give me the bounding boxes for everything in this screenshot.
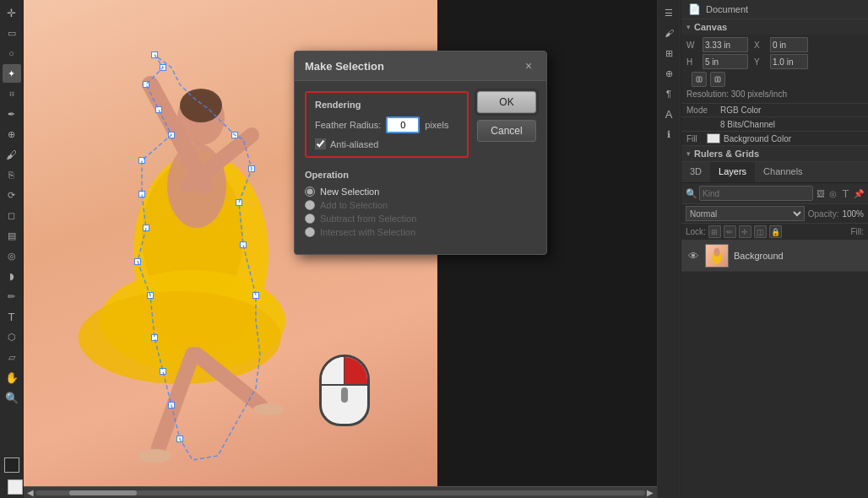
tool-zoom[interactable]: 🔍 xyxy=(3,388,21,407)
canvas-props: W X H Y xyxy=(681,35,868,103)
canvas-chevron-icon: ▾ xyxy=(686,23,691,31)
opacity-value: 100% xyxy=(842,209,864,219)
tab-channels[interactable]: Channels xyxy=(755,162,811,182)
mode-value: RGB Color xyxy=(720,106,761,115)
tool-blur[interactable]: ◎ xyxy=(3,246,21,265)
tool-eyedrop[interactable]: ✒ xyxy=(3,105,21,123)
subtract-selection-label: Subtract from Selection xyxy=(320,214,416,224)
cancel-button[interactable]: Cancel xyxy=(477,120,536,142)
mouse-illustration xyxy=(311,355,378,439)
layer-icon-type[interactable]: T xyxy=(840,187,851,200)
right-tool-brush[interactable]: 🖌 xyxy=(659,24,678,42)
lock-artboard-icon[interactable]: ◫ xyxy=(754,225,767,238)
lock-all-icon[interactable]: 🔒 xyxy=(769,225,782,238)
tool-heal[interactable]: ⊕ xyxy=(3,125,21,143)
ok-button[interactable]: OK xyxy=(477,91,536,113)
right-tool-paragraph[interactable]: ¶ xyxy=(659,84,678,103)
link-position-icon[interactable] xyxy=(710,72,725,87)
canvas-section: ▾ Canvas W X H Y xyxy=(681,19,868,104)
rulers-chevron-icon: ▾ xyxy=(686,149,691,158)
rendering-label: Rendering xyxy=(315,100,458,110)
svg-point-20 xyxy=(714,248,719,253)
layer-thumbnail xyxy=(705,244,729,268)
fill-row: Fill Background Color xyxy=(681,132,868,146)
background-color[interactable] xyxy=(8,479,23,495)
document-header: 📄 Document xyxy=(681,0,868,19)
tool-pen[interactable]: ✏ xyxy=(3,287,21,306)
add-selection-radio[interactable] xyxy=(305,200,315,210)
right-tool-layers[interactable]: ☰ xyxy=(659,3,678,22)
scrollbar-track[interactable] xyxy=(35,490,645,495)
tool-brush[interactable]: 🖌 xyxy=(3,145,21,164)
tab-3d[interactable]: 3D xyxy=(681,162,710,182)
scroll-right-arrow[interactable]: ▶ xyxy=(647,488,654,497)
tool-wand[interactable]: ✦ xyxy=(3,64,21,83)
y-label: Y xyxy=(754,57,768,67)
fill-value: Background Color xyxy=(724,134,791,143)
bits-value: 8 Bits/Channel xyxy=(720,120,775,129)
anti-alias-label: Anti-aliased xyxy=(330,139,378,149)
anti-alias-checkbox[interactable] xyxy=(315,138,326,149)
layers-panel: 3D Layers Channels 🔍 🖼 ◎ T 📌 Normal Opac… xyxy=(681,162,868,498)
doc-icon: 📄 xyxy=(688,3,701,15)
svg-rect-16 xyxy=(718,77,720,82)
x-input[interactable] xyxy=(770,37,808,52)
lock-checkers-icon[interactable]: ⊞ xyxy=(708,225,721,238)
scroll-left-arrow[interactable]: ◀ xyxy=(27,488,34,497)
right-tool-info[interactable]: ℹ xyxy=(659,125,678,143)
tool-crop[interactable]: ⌗ xyxy=(3,84,21,103)
operation-section: Operation New Selection Add to Selection xyxy=(305,166,469,244)
foreground-color[interactable] xyxy=(4,457,19,473)
tool-eraser[interactable]: ◻ xyxy=(3,206,21,225)
rulers-title: Rulers & Grids xyxy=(694,149,759,159)
tool-clone[interactable]: ⎘ xyxy=(3,165,21,184)
tool-path[interactable]: ⬡ xyxy=(3,327,21,346)
link-dimensions-icon[interactable] xyxy=(692,72,707,87)
h-label: H xyxy=(686,57,700,67)
lock-move-icon[interactable]: ✛ xyxy=(739,225,751,238)
feather-radius-input[interactable] xyxy=(386,116,420,133)
layer-visibility-toggle[interactable]: 👁 xyxy=(686,249,700,263)
tool-type[interactable]: T xyxy=(3,307,21,326)
canvas-section-header[interactable]: ▾ Canvas xyxy=(681,19,868,35)
feather-label: Feather Radius: xyxy=(315,120,381,130)
layer-icon-pin[interactable]: 📌 xyxy=(853,187,864,200)
tool-hand[interactable]: ✋ xyxy=(3,368,21,387)
subtract-selection-radio[interactable] xyxy=(305,214,315,224)
blend-mode-select[interactable]: Normal xyxy=(686,206,805,221)
layer-icon-adjust2[interactable]: ◎ xyxy=(827,187,838,200)
dialog-close-button[interactable]: × xyxy=(521,58,536,73)
rendering-section: Rendering Feather Radius: pixels Anti-al… xyxy=(305,91,469,158)
layers-search-input[interactable] xyxy=(699,186,813,201)
tool-history[interactable]: ⟳ xyxy=(3,186,21,204)
scrollbar-thumb[interactable] xyxy=(69,490,137,495)
tool-select[interactable]: ▭ xyxy=(3,24,21,42)
mode-row: Mode RGB Color xyxy=(681,104,868,117)
dialog-titlebar: Make Selection × xyxy=(295,51,546,81)
svg-point-6 xyxy=(180,89,222,122)
rulers-header[interactable]: ▾ Rulers & Grids xyxy=(681,146,868,162)
tool-move[interactable]: ✛ xyxy=(3,3,21,22)
blend-mode-row: Normal Opacity: 100% xyxy=(681,204,868,224)
layer-icon-image[interactable]: 🖼 xyxy=(815,187,826,200)
tab-layers[interactable]: Layers xyxy=(710,162,755,182)
new-selection-radio[interactable] xyxy=(305,187,315,197)
width-input[interactable] xyxy=(703,37,748,52)
intersect-selection-label: Intersect with Selection xyxy=(320,227,415,237)
tool-dodge[interactable]: ◗ xyxy=(3,267,21,285)
tool-shape[interactable]: ▱ xyxy=(3,348,21,366)
search-icon: 🔍 xyxy=(686,188,697,199)
fill-color-swatch[interactable] xyxy=(707,133,720,143)
tool-gradient[interactable]: ▤ xyxy=(3,226,21,245)
lock-brush-icon[interactable]: ✏ xyxy=(724,225,736,238)
intersect-selection-radio[interactable] xyxy=(305,227,315,237)
layer-background-item[interactable]: 👁 Background xyxy=(681,241,868,272)
fill-label: Fill xyxy=(686,134,703,143)
canvas-scrollbar[interactable]: ◀ ▶ xyxy=(24,486,657,498)
right-tool-char[interactable]: A xyxy=(659,105,678,123)
right-tool-adjust[interactable]: ⊞ xyxy=(659,44,678,62)
height-input[interactable] xyxy=(703,54,748,69)
y-input[interactable] xyxy=(770,54,808,69)
tool-lasso[interactable]: ○ xyxy=(3,44,21,62)
right-tool-mask[interactable]: ⊕ xyxy=(659,64,678,83)
